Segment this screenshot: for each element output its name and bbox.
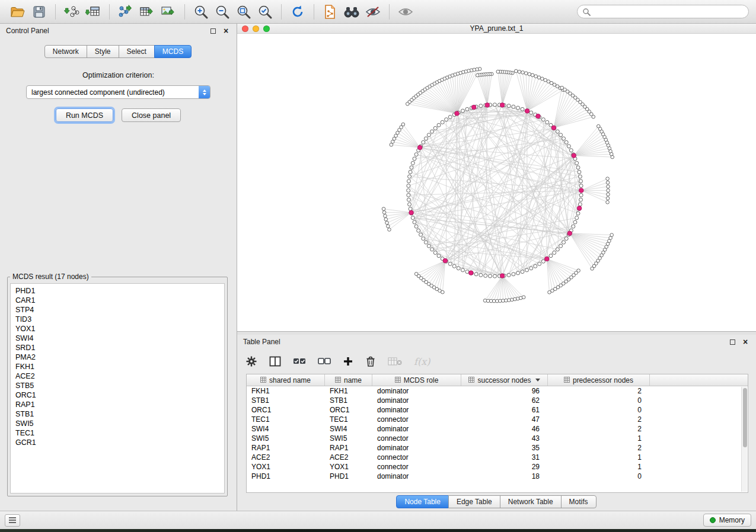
- table-cell[interactable]: 1: [548, 434, 650, 443]
- network-canvas[interactable]: [237, 34, 756, 331]
- column-header-name[interactable]: name: [325, 374, 372, 386]
- table-cell[interactable]: 35: [461, 443, 548, 453]
- table-cell[interactable]: 46: [461, 424, 548, 434]
- table-cell[interactable]: STB1: [247, 396, 325, 405]
- table-cell[interactable]: dominator: [372, 386, 461, 396]
- export-network-icon[interactable]: [115, 2, 136, 21]
- table-cell[interactable]: 2: [548, 443, 650, 453]
- tab-node-table[interactable]: Node Table: [396, 495, 449, 508]
- table-cell[interactable]: connector: [372, 462, 461, 472]
- task-history-icon[interactable]: [5, 514, 20, 527]
- export-image-icon[interactable]: [158, 2, 179, 21]
- float-table-panel-icon[interactable]: [728, 337, 737, 347]
- table-cell[interactable]: FKH1: [247, 386, 325, 396]
- find-binoculars-icon[interactable]: [341, 2, 362, 21]
- table-cell[interactable]: FKH1: [325, 386, 372, 396]
- table-cell[interactable]: SWI4: [325, 424, 372, 434]
- table-row[interactable]: TEC1TEC1connector472: [247, 415, 748, 424]
- column-header-successor-nodes[interactable]: successor nodes: [461, 374, 548, 386]
- table-cell[interactable]: 47: [461, 415, 548, 424]
- tab-network[interactable]: Network: [44, 45, 87, 58]
- table-cell[interactable]: SWI5: [247, 434, 325, 443]
- column-header-MCDS-role[interactable]: MCDS role: [372, 374, 461, 386]
- tab-network-table[interactable]: Network Table: [500, 495, 562, 508]
- mcds-result-item[interactable]: STB1: [15, 409, 224, 419]
- export-table-icon[interactable]: [136, 2, 158, 21]
- maximize-window-icon[interactable]: [263, 25, 270, 32]
- table-cell[interactable]: STB1: [325, 396, 372, 405]
- criterion-dropdown[interactable]: largest connected component (undirected): [26, 85, 210, 99]
- table-cell[interactable]: 18: [461, 472, 548, 481]
- table-cell[interactable]: YOX1: [325, 462, 372, 472]
- tab-style[interactable]: Style: [87, 45, 119, 58]
- close-panel-button[interactable]: Close panel: [122, 108, 181, 122]
- table-cell[interactable]: SWI5: [325, 434, 372, 443]
- mcds-result-item[interactable]: SWI5: [15, 419, 224, 428]
- table-cell[interactable]: 96: [461, 386, 548, 396]
- table-cell[interactable]: TEC1: [325, 415, 372, 424]
- table-cell[interactable]: ACE2: [247, 453, 325, 462]
- table-cell[interactable]: connector: [372, 434, 461, 443]
- minimize-window-icon[interactable]: [253, 25, 259, 32]
- table-cell[interactable]: 31: [461, 453, 548, 462]
- close-window-icon[interactable]: [242, 25, 248, 32]
- mcds-result-item[interactable]: TEC1: [15, 428, 224, 438]
- mcds-result-item[interactable]: SRD1: [15, 343, 224, 352]
- table-cell[interactable]: 43: [461, 434, 548, 443]
- search-field[interactable]: [577, 5, 749, 18]
- table-cell[interactable]: SWI4: [247, 424, 325, 434]
- table-cell[interactable]: dominator: [372, 443, 461, 453]
- tab-select[interactable]: Select: [119, 45, 155, 58]
- table-cell[interactable]: dominator: [372, 396, 461, 405]
- tab-motifs[interactable]: Motifs: [561, 495, 596, 508]
- zoom-out-icon[interactable]: [212, 2, 233, 21]
- split-panel-icon[interactable]: [269, 353, 281, 370]
- table-cell[interactable]: ORC1: [325, 405, 372, 415]
- table-cell[interactable]: 0: [548, 396, 650, 405]
- deselect-all-icon[interactable]: [318, 353, 331, 370]
- mcds-result-item[interactable]: YOX1: [15, 324, 224, 334]
- table-cell[interactable]: TEC1: [247, 415, 325, 424]
- import-network-file-icon[interactable]: [61, 2, 82, 21]
- table-row[interactable]: SWI5SWI5connector431: [247, 434, 748, 443]
- zoom-fit-icon[interactable]: [233, 2, 254, 21]
- mcds-result-item[interactable]: GCR1: [15, 438, 224, 447]
- table-cell[interactable]: 0: [548, 472, 650, 481]
- table-cell[interactable]: 29: [461, 462, 548, 472]
- zoom-in-icon[interactable]: [190, 2, 212, 21]
- table-cell[interactable]: 1: [548, 462, 650, 472]
- run-mcds-button[interactable]: Run MCDS: [56, 108, 113, 122]
- table-cell[interactable]: connector: [372, 415, 461, 424]
- table-row[interactable]: FKH1FKH1dominator962: [247, 386, 748, 396]
- table-row[interactable]: SWI4SWI4dominator462: [247, 424, 748, 434]
- table-cell[interactable]: dominator: [372, 424, 461, 434]
- hide-graphics-details-icon[interactable]: [362, 2, 384, 21]
- table-cell[interactable]: 2: [548, 415, 650, 424]
- table-cell[interactable]: 2: [548, 386, 650, 396]
- mcds-result-item[interactable]: ORC1: [15, 390, 224, 400]
- table-cell[interactable]: 0: [548, 405, 650, 415]
- table-cell[interactable]: ORC1: [247, 405, 325, 415]
- table-cell[interactable]: RAP1: [247, 443, 325, 453]
- scrollbar-thumb[interactable]: [743, 388, 747, 447]
- table-cell[interactable]: PHD1: [325, 472, 372, 481]
- save-icon[interactable]: [28, 2, 50, 21]
- mcds-result-item[interactable]: PHD1: [15, 286, 224, 296]
- mcds-result-item[interactable]: RAP1: [15, 400, 224, 409]
- table-cell[interactable]: RAP1: [325, 443, 372, 453]
- table-cell[interactable]: PHD1: [247, 472, 325, 481]
- tab-mcds[interactable]: MCDS: [154, 45, 192, 58]
- column-header-predecessor-nodes[interactable]: predecessor nodes: [548, 374, 650, 386]
- close-table-panel-icon[interactable]: ×: [741, 337, 750, 347]
- table-cell[interactable]: YOX1: [247, 462, 325, 472]
- column-header-shared-name[interactable]: shared name: [247, 374, 325, 386]
- mcds-result-list[interactable]: PHD1CAR1STP4TID3YOX1SWI4SRD1PMA2FKH1ACE2…: [10, 283, 225, 493]
- mcds-result-item[interactable]: CAR1: [15, 296, 224, 305]
- table-cell[interactable]: 1: [548, 453, 650, 462]
- table-row[interactable]: RAP1RAP1dominator352: [247, 443, 748, 453]
- close-panel-icon[interactable]: ×: [221, 26, 231, 36]
- table-vertical-scrollbar[interactable]: [741, 387, 747, 492]
- mcds-result-item[interactable]: STP4: [15, 305, 224, 315]
- search-input[interactable]: [591, 8, 744, 16]
- table-cell[interactable]: dominator: [372, 405, 461, 415]
